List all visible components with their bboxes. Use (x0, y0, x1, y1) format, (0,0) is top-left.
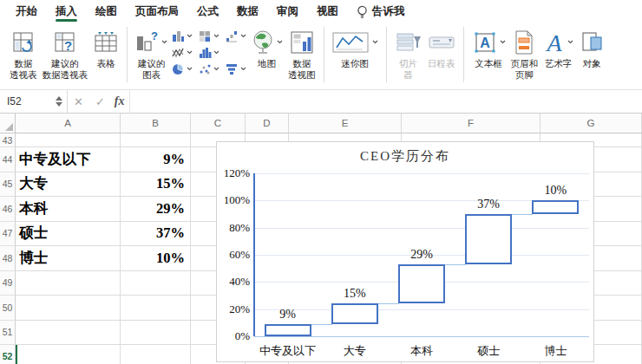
header-footer-icon (511, 26, 537, 58)
cell-A44[interactable]: 中专及以下 (16, 147, 121, 172)
tab-view[interactable]: 视图 (317, 0, 338, 23)
funnel-chart-icon (226, 63, 239, 75)
cancel-icon[interactable]: ✕ (74, 95, 83, 108)
column-chart-button[interactable] (172, 28, 193, 44)
sparkline-icon (332, 26, 378, 58)
cell-B43[interactable] (121, 133, 191, 147)
cell-B49[interactable] (121, 271, 191, 296)
wordart-button[interactable]: A 艺术字 (540, 24, 576, 71)
chevron-down-icon (240, 67, 246, 71)
tab-tell-me[interactable]: 告诉我 (357, 0, 405, 23)
row-header-46[interactable]: 46 (0, 197, 16, 222)
row-header-49[interactable]: 49 (0, 271, 16, 296)
tab-review[interactable]: 审阅 (277, 0, 298, 23)
cell-B50[interactable] (121, 296, 191, 321)
map-button[interactable]: 地图 (248, 24, 285, 71)
cell-B52[interactable] (121, 345, 191, 364)
row-header-45[interactable]: 45 (0, 172, 16, 198)
table-button[interactable]: 表格 (90, 24, 121, 71)
chart-type-grid (172, 28, 246, 77)
row-header-50[interactable]: 50 (0, 296, 16, 321)
text-box-button[interactable]: A 文本框 (469, 24, 508, 71)
area-chart-button[interactable] (199, 28, 219, 44)
funnel-chart-button[interactable] (226, 61, 246, 77)
scatter-chart-button[interactable] (199, 61, 219, 77)
insert-function-icon[interactable]: fx (115, 94, 125, 108)
chevron-down-icon (567, 40, 573, 44)
ribbon: 数据 透视表 ? 建议的 数据透视表 表格 ? 建议的 图表 (0, 23, 642, 90)
row-header-47[interactable]: 47 (0, 222, 16, 247)
header-footer-button[interactable]: 页眉和 页脚 (508, 24, 541, 81)
name-box[interactable]: I52 (0, 90, 68, 113)
chart-gridline (254, 173, 589, 174)
column-header-A[interactable]: A (16, 114, 121, 133)
cell-A43[interactable] (16, 133, 121, 147)
cell-A50[interactable] (16, 296, 121, 321)
cell-A51[interactable] (16, 321, 121, 346)
cell-A52[interactable] (16, 345, 121, 364)
cell-B45[interactable]: 15% (121, 172, 191, 198)
cell-B51[interactable] (121, 321, 191, 346)
object-button[interactable]: 对象 (576, 24, 607, 71)
tab-data[interactable]: 数据 (237, 0, 259, 23)
recommended-pivot-button[interactable]: ? 建议的 数据透视表 (40, 24, 91, 81)
name-box-spinner[interactable] (56, 96, 62, 107)
cell-A49[interactable] (16, 271, 121, 296)
column-header-E[interactable]: E (289, 114, 402, 133)
pie-chart-button[interactable] (172, 61, 193, 77)
chart-bar-本科[interactable] (398, 264, 445, 303)
row-header-43[interactable]: 43 (0, 133, 16, 147)
chart-bar-博士[interactable] (532, 200, 579, 214)
chart[interactable]: CEO学历分布 0%20%40%60%80%100%120%9%中专及以下15%… (216, 141, 594, 362)
tab-insert[interactable]: 插入 (56, 0, 77, 23)
row-header-51[interactable]: 51 (0, 321, 16, 346)
select-all-corner[interactable] (0, 114, 16, 133)
recommended-chart-icon: ? (135, 26, 167, 58)
cell-A45[interactable]: 大专 (16, 172, 121, 198)
cell-B44[interactable]: 9% (121, 147, 191, 172)
chart-data-label: 15% (324, 287, 385, 301)
table-icon (93, 26, 119, 58)
tab-page-layout[interactable]: 页面布局 (135, 0, 179, 23)
chart-bar-大专[interactable] (331, 303, 378, 324)
scatter-chart-icon (199, 63, 212, 75)
column-header-C[interactable]: C (191, 114, 246, 133)
sparkline-button[interactable]: 迷你图 (330, 24, 381, 71)
waterfall-chart-button[interactable] (226, 28, 246, 44)
chart-title[interactable]: CEO学历分布 (217, 148, 593, 165)
line-chart-button[interactable] (172, 44, 193, 61)
histogram-chart-icon (199, 47, 212, 59)
row-header-44[interactable]: 44 (0, 147, 16, 172)
column-header-B[interactable]: B (121, 114, 191, 133)
chart-bar-硕士[interactable] (465, 214, 512, 264)
column-header-F[interactable]: F (402, 114, 540, 133)
chevron-down-icon (213, 34, 219, 38)
enter-icon[interactable]: ✓ (95, 95, 105, 108)
spreadsheet: ABCDEFG 4344中专及以下9%45大专15%46本科29%47硕士37%… (0, 114, 642, 364)
column-header-G[interactable]: G (540, 114, 642, 133)
map-icon (251, 26, 283, 58)
cell-B46[interactable]: 29% (121, 197, 191, 222)
tab-draw[interactable]: 绘图 (95, 0, 117, 23)
waterfall-chart-icon (226, 30, 239, 42)
formula-input[interactable] (129, 90, 642, 113)
chart-connector-line (377, 303, 399, 304)
tab-home[interactable]: 开始 (16, 0, 37, 23)
cell-A47[interactable]: 硕士 (16, 222, 121, 247)
cell-B48[interactable]: 10% (121, 246, 191, 271)
cell-B47[interactable]: 37% (121, 222, 191, 247)
recommended-chart-button[interactable]: ? 建议的 图表 (133, 24, 170, 81)
histogram-chart-button[interactable] (199, 44, 219, 61)
column-header-D[interactable]: D (246, 114, 289, 133)
pivot-chart-icon (289, 26, 315, 58)
chart-bar-中专及以下[interactable] (265, 324, 311, 336)
pivot-chart-button[interactable]: 数据 透视图 (285, 24, 318, 81)
pivot-table-button[interactable]: 数据 透视表 (7, 24, 40, 81)
row-header-48[interactable]: 48 (0, 246, 16, 271)
tab-formulas[interactable]: 公式 (197, 0, 219, 23)
cell-A48[interactable]: 博士 (16, 246, 121, 271)
chart-connector-line (311, 324, 332, 325)
cell-A46[interactable]: 本科 (16, 197, 121, 222)
row-header-52[interactable]: 52 (0, 345, 16, 364)
x-axis-category-label: 硕士 (455, 343, 522, 359)
